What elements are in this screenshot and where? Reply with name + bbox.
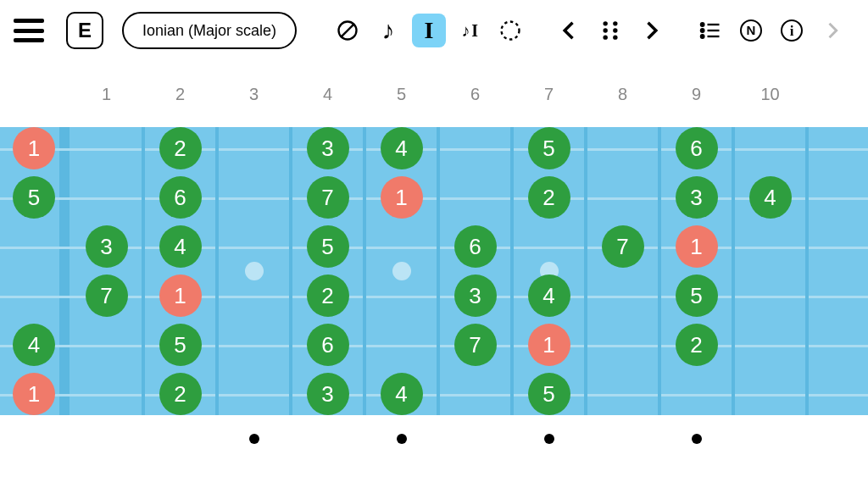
inlay-marker — [245, 262, 264, 280]
svg-point-13 — [701, 35, 704, 38]
inlay-marker — [392, 262, 411, 280]
scale-note[interactable]: 5 — [528, 127, 570, 169]
scale-note[interactable]: 6 — [159, 176, 202, 219]
interval-button[interactable]: I — [412, 14, 446, 47]
fret-marker-dot — [249, 434, 259, 444]
root-note[interactable]: 1 — [381, 176, 423, 219]
list-icon[interactable] — [693, 14, 727, 47]
fret-wire — [658, 127, 661, 415]
neutral-button[interactable]: N — [734, 14, 768, 47]
scale-note[interactable]: 7 — [86, 274, 128, 317]
svg-point-11 — [701, 29, 704, 32]
next-icon[interactable] — [634, 14, 668, 47]
scale-note[interactable]: 6 — [307, 324, 349, 366]
root-note[interactable]: 1 — [159, 274, 202, 317]
string — [0, 345, 868, 347]
scale-note[interactable]: 3 — [454, 274, 497, 317]
fret-label: 9 — [692, 85, 701, 104]
scale-note[interactable]: 3 — [86, 225, 128, 268]
fret-label: 7 — [544, 85, 554, 104]
info-button[interactable]: i — [775, 14, 809, 47]
fret-marker-dot — [397, 434, 407, 444]
fret-label: 4 — [323, 85, 332, 104]
svg-point-5 — [604, 28, 608, 32]
svg-point-8 — [613, 35, 617, 39]
string — [0, 247, 868, 249]
fret-label: 6 — [470, 85, 480, 104]
scale-note[interactable]: 5 — [13, 176, 55, 219]
key-button[interactable]: E — [66, 12, 103, 49]
string — [0, 296, 868, 298]
fret-wire — [215, 127, 219, 415]
scale-note[interactable]: 5 — [159, 324, 202, 366]
scale-note[interactable]: 7 — [454, 324, 497, 366]
more-icon[interactable] — [815, 14, 849, 47]
string — [0, 394, 868, 396]
scale-button[interactable]: Ionian (Major scale) — [122, 12, 297, 49]
grid-icon[interactable] — [593, 14, 627, 47]
svg-point-9 — [701, 23, 704, 26]
scale-note[interactable]: 3 — [307, 373, 349, 415]
root-note[interactable]: 1 — [13, 127, 55, 169]
root-note[interactable]: 1 — [13, 373, 55, 415]
scale-note[interactable]: 2 — [307, 274, 349, 317]
scale-note[interactable]: 4 — [159, 225, 202, 268]
fret-marker-dot — [544, 434, 554, 444]
fret-wire — [510, 127, 514, 415]
fret-wire — [289, 127, 292, 415]
toolbar: E Ionian (Major scale) ♪ I ♪I N i — [0, 0, 868, 61]
fret-marker-dot — [692, 434, 702, 444]
string — [0, 148, 868, 151]
menu-icon[interactable] — [14, 19, 44, 42]
scale-note[interactable]: 4 — [381, 373, 423, 415]
string — [0, 197, 868, 200]
svg-point-2 — [502, 22, 520, 40]
scale-note[interactable]: 2 — [159, 373, 202, 415]
scale-note[interactable]: 7 — [602, 225, 644, 268]
scale-note[interactable]: 3 — [676, 176, 718, 219]
fret-label: 2 — [175, 85, 185, 104]
scale-note[interactable]: 7 — [307, 176, 349, 219]
fret-wire — [437, 127, 440, 415]
empty-note-icon[interactable] — [331, 14, 364, 47]
svg-line-1 — [341, 24, 354, 37]
note-interval-icon[interactable]: ♪I — [453, 14, 487, 47]
scale-note[interactable]: 4 — [749, 176, 792, 219]
scale-note[interactable]: 3 — [307, 127, 349, 169]
note-icon[interactable]: ♪ — [371, 14, 405, 47]
fret-wire — [732, 127, 735, 415]
fret-wire — [805, 127, 809, 415]
svg-point-4 — [613, 21, 617, 25]
scale-note[interactable]: 5 — [676, 274, 718, 317]
scale-note[interactable]: 4 — [381, 127, 423, 169]
fret-label: 3 — [249, 85, 259, 104]
svg-text:N: N — [747, 23, 756, 37]
prev-icon[interactable] — [553, 14, 587, 47]
scale-note[interactable]: 2 — [159, 127, 202, 169]
root-note[interactable]: 1 — [676, 225, 718, 268]
root-note[interactable]: 1 — [528, 324, 570, 366]
fret-label: 5 — [397, 85, 406, 104]
svg-text:i: i — [790, 23, 794, 39]
svg-point-3 — [604, 21, 608, 25]
scale-note[interactable]: 5 — [307, 225, 349, 268]
svg-point-6 — [613, 28, 617, 32]
scale-note[interactable]: 4 — [528, 274, 570, 317]
scale-note[interactable]: 5 — [528, 373, 570, 415]
scale-note[interactable]: 6 — [454, 225, 497, 268]
fret-label: 8 — [618, 85, 627, 104]
fret-wire — [142, 127, 145, 415]
dashed-circle-icon[interactable] — [493, 14, 527, 47]
fret-wire — [363, 127, 366, 415]
scale-note[interactable]: 6 — [676, 127, 718, 169]
scale-note[interactable]: 2 — [528, 176, 570, 219]
scale-note[interactable]: 4 — [13, 324, 55, 366]
fret-label: 1 — [102, 85, 111, 104]
fretboard[interactable]: 123456567123434567171234545671212345 — [0, 119, 868, 424]
fret-label: 10 — [760, 85, 779, 104]
fret-wire — [584, 127, 587, 415]
scale-note[interactable]: 2 — [676, 324, 718, 366]
fret-labels: 12345678910 — [0, 85, 868, 110]
svg-point-7 — [604, 35, 608, 39]
